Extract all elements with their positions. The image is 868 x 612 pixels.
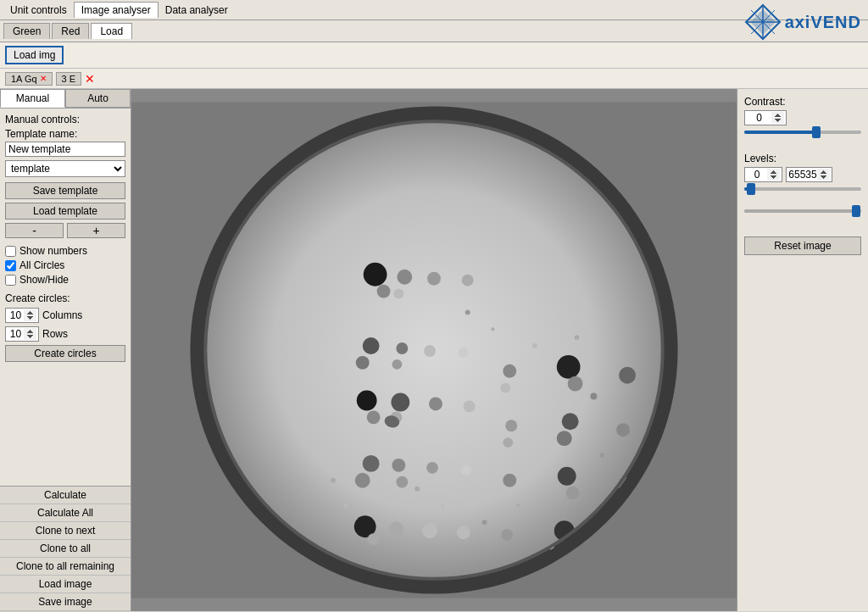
create-circles-button[interactable]: Create circles [5, 345, 125, 362]
clone-to-next-button[interactable]: Clone to next [0, 522, 131, 540]
plusminus-row: - + [5, 223, 125, 238]
columns-row: Columns [5, 308, 125, 323]
svg-point-21 [393, 289, 403, 299]
plus-button[interactable]: + [67, 223, 125, 238]
tab-green[interactable]: Green [3, 23, 50, 39]
panel-tabs: Manual Auto [0, 89, 131, 108]
contrast-input[interactable] [744, 110, 787, 125]
svg-point-12 [363, 337, 380, 354]
svg-point-11 [377, 285, 391, 298]
contrast-slider-fill [744, 131, 817, 134]
svg-point-65 [441, 504, 444, 507]
menu-bar: Unit controls Image analyser Data analys… [0, 0, 868, 20]
svg-point-10 [364, 263, 387, 287]
template-name-input[interactable] [5, 142, 125, 157]
menu-unit-controls[interactable]: Unit controls [3, 3, 74, 18]
levels-max-thumb[interactable] [852, 205, 860, 217]
show-hide-checkbox[interactable] [5, 275, 16, 286]
save-template-button[interactable]: Save template [5, 182, 125, 199]
contrast-slider-track [744, 131, 861, 134]
svg-point-48 [505, 420, 517, 431]
session-row: 1A Gq ✕ 3 E ✕ [0, 69, 868, 89]
svg-point-62 [590, 393, 597, 400]
clone-to-all-remaining-button[interactable]: Clone to all remaining [0, 558, 131, 576]
show-hide-label: Show/Hide [19, 274, 69, 286]
svg-point-52 [619, 367, 636, 384]
contrast-slider-thumb[interactable] [812, 126, 821, 138]
levels-min-thumb[interactable] [747, 183, 755, 195]
load-img-row: Load img [0, 42, 868, 69]
svg-point-27 [396, 476, 408, 488]
svg-point-42 [557, 431, 572, 446]
load-image-button[interactable]: Load image [0, 576, 131, 593]
rows-input[interactable] [5, 326, 39, 342]
svg-point-17 [355, 473, 370, 488]
svg-point-47 [500, 383, 510, 393]
rows-row: Rows [5, 326, 125, 342]
load-img-button[interactable]: Load img [5, 46, 64, 64]
load-template-button[interactable]: Load template [5, 203, 125, 220]
clone-to-all-button[interactable]: Clone to all [0, 540, 131, 558]
session-tab-2[interactable]: 3 E [56, 72, 82, 86]
session-tab-1-close[interactable]: ✕ [40, 74, 47, 83]
svg-point-66 [482, 520, 487, 525]
contrast-label: Contrast: [744, 96, 861, 108]
calculate-all-button[interactable]: Calculate All [0, 504, 131, 522]
logo-area: axiVEND [744, 3, 861, 41]
all-circles-checkbox[interactable] [5, 260, 16, 271]
calculate-button[interactable]: Calculate [0, 487, 131, 504]
svg-point-37 [461, 465, 471, 476]
bottom-buttons: Calculate Calculate All Clone to next Cl… [0, 486, 131, 611]
tab-red[interactable]: Red [52, 23, 89, 39]
levels-max-fill [744, 209, 861, 213]
levels-label: Levels: [744, 153, 861, 164]
svg-point-70 [600, 348, 604, 352]
levels-max-input[interactable] [786, 167, 832, 182]
svg-point-40 [568, 376, 583, 392]
tab-auto[interactable]: Auto [65, 89, 131, 108]
microscope-image [131, 89, 737, 611]
svg-point-31 [429, 398, 442, 411]
levels-min-slider-container [744, 187, 861, 201]
menu-image-analyser[interactable]: Image analyser [74, 2, 159, 18]
right-panel: Contrast: Levels: [737, 89, 868, 611]
levels-min-slider-track [744, 187, 861, 191]
svg-point-16 [363, 455, 380, 472]
show-numbers-checkbox[interactable] [5, 246, 16, 257]
svg-point-49 [503, 437, 513, 448]
svg-point-28 [388, 521, 403, 537]
tab-manual[interactable]: Manual [0, 89, 65, 108]
svg-point-64 [415, 487, 420, 492]
svg-point-38 [457, 526, 470, 539]
svg-point-15 [367, 410, 381, 424]
svg-point-44 [566, 487, 580, 500]
logo-icon [744, 3, 782, 41]
svg-point-53 [616, 423, 630, 437]
svg-point-23 [392, 359, 402, 370]
create-circles-label: Create circles: [5, 292, 125, 304]
levels-max-slider-track [744, 209, 861, 213]
svg-point-35 [459, 348, 469, 358]
save-image-button[interactable]: Save image [0, 593, 131, 611]
all-circles-row: All Circles [5, 259, 125, 271]
columns-label: Columns [42, 309, 82, 321]
session-close-button[interactable]: ✕ [85, 72, 95, 86]
svg-point-69 [575, 335, 580, 340]
menu-data-analyser[interactable]: Data analyser [159, 3, 235, 18]
template-dropdown[interactable]: template [5, 160, 125, 177]
svg-point-39 [557, 355, 581, 379]
svg-point-43 [558, 467, 576, 486]
svg-point-46 [503, 364, 516, 378]
minus-button[interactable]: - [5, 223, 64, 238]
svg-point-67 [516, 504, 520, 507]
levels-min-input[interactable] [744, 167, 782, 182]
left-panel: Manual Auto Manual controls: Template na… [0, 89, 131, 611]
svg-point-30 [424, 345, 436, 357]
session-tab-1[interactable]: 1A Gq ✕ [5, 72, 53, 86]
rows-label: Rows [42, 328, 68, 340]
svg-point-13 [356, 356, 370, 370]
reset-image-button[interactable]: Reset image [744, 236, 861, 255]
columns-input[interactable] [5, 308, 39, 323]
svg-point-32 [426, 462, 438, 474]
tab-load[interactable]: Load [91, 23, 132, 39]
